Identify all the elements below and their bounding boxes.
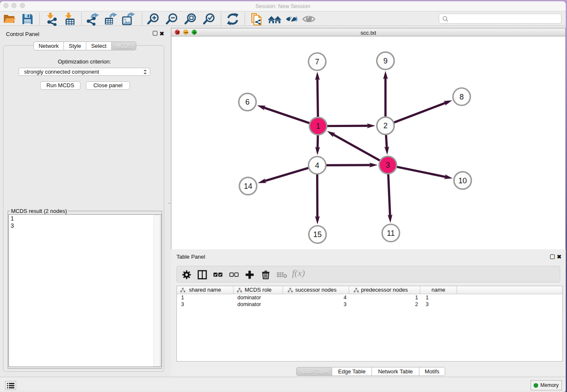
svg-text:15: 15	[313, 230, 322, 239]
svg-text:9: 9	[383, 57, 388, 65]
svg-text:14: 14	[244, 182, 252, 190]
svg-text:7: 7	[315, 58, 319, 66]
svg-text:4: 4	[315, 161, 319, 170]
svg-text:2: 2	[383, 121, 388, 130]
svg-text:6: 6	[245, 98, 250, 106]
svg-text:1: 1	[316, 122, 320, 130]
svg-text:11: 11	[387, 229, 395, 237]
svg-text:3: 3	[386, 161, 390, 169]
svg-text:10: 10	[458, 177, 467, 185]
svg-text:8: 8	[460, 93, 464, 101]
